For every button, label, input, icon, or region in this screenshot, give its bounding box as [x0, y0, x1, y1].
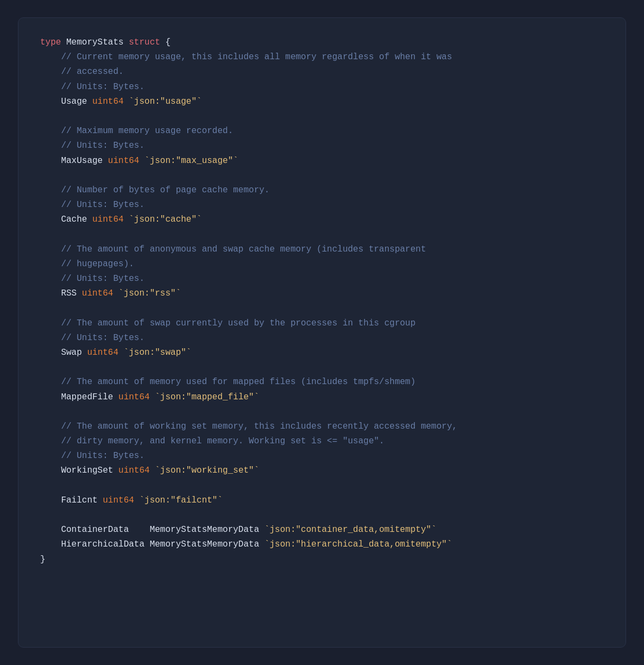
code-line: [40, 109, 604, 124]
code-line: // The amount of swap currently used by …: [40, 316, 604, 331]
code-line: [40, 168, 604, 183]
code-line: [40, 479, 604, 493]
code-line: // Units: Bytes.: [40, 272, 604, 286]
code-line: HierarchicalData MemoryStatsMemoryData `…: [40, 537, 604, 552]
code-line: // Units: Bytes.: [40, 331, 604, 346]
code-container: type MemoryStats struct { // Current mem…: [18, 17, 626, 648]
code-line: Cache uint64 `json:"cache"`: [40, 212, 604, 227]
code-line: [40, 405, 604, 419]
code-line: WorkingSet uint64 `json:"working_set"`: [40, 463, 604, 478]
code-line: // dirty memory, and kernel memory. Work…: [40, 434, 604, 449]
code-line: // The amount of memory used for mapped …: [40, 375, 604, 390]
code-line: // The amount of working set memory, thi…: [40, 419, 604, 434]
code-line: // Units: Bytes.: [40, 80, 604, 95]
code-line: MappedFile uint64 `json:"mapped_file"`: [40, 390, 604, 405]
code-line: }: [40, 553, 604, 567]
code-line: RSS uint64 `json:"rss"`: [40, 286, 604, 301]
code-line: // Number of bytes of page cache memory.: [40, 183, 604, 198]
code-line: Swap uint64 `json:"swap"`: [40, 346, 604, 360]
code-line: Failcnt uint64 `json:"failcnt"`: [40, 493, 604, 508]
code-line: // accessed.: [40, 65, 604, 79]
code-line: // Current memory usage, this includes a…: [40, 50, 604, 65]
code-line: [40, 301, 604, 316]
code-line: // Units: Bytes.: [40, 139, 604, 153]
code-line: [40, 508, 604, 523]
code-line: ContainerData MemoryStatsMemoryData `jso…: [40, 523, 604, 537]
code-line: // The amount of anonymous and swap cach…: [40, 242, 604, 257]
code-line: type MemoryStats struct {: [40, 35, 604, 50]
code-line: // hugepages).: [40, 257, 604, 272]
code-block: type MemoryStats struct { // Current mem…: [40, 35, 604, 567]
code-line: // Maximum memory usage recorded.: [40, 124, 604, 139]
code-line: // Units: Bytes.: [40, 198, 604, 212]
code-line: [40, 227, 604, 242]
code-line: [40, 360, 604, 375]
code-line: Usage uint64 `json:"usage"`: [40, 95, 604, 109]
code-line: MaxUsage uint64 `json:"max_usage"`: [40, 154, 604, 168]
code-line: // Units: Bytes.: [40, 449, 604, 463]
